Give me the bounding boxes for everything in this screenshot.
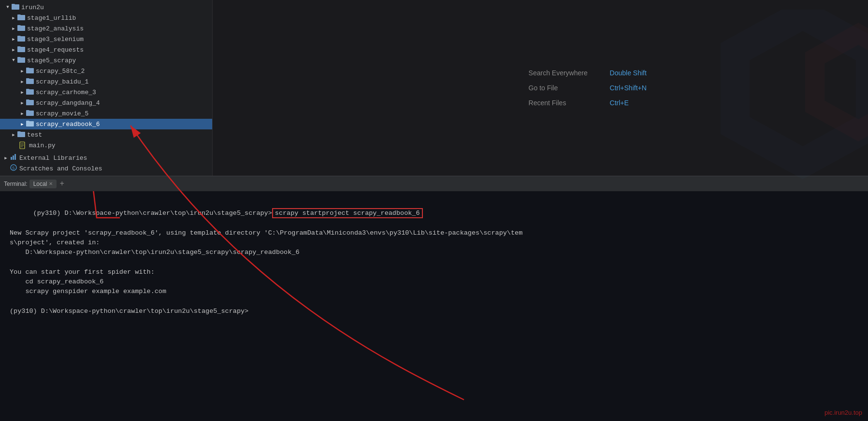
terminal-line-8: (py310) D:\Workspace-python\crawler\top\…: [10, 307, 858, 316]
recent-files-label: Recent Files: [529, 95, 606, 110]
folder-arrow: ▼: [10, 56, 17, 64]
tree-label: stage5_scrapy: [27, 57, 76, 64]
folder-icon: [26, 99, 34, 107]
tree-item-stage3[interactable]: ▶ stage3_selenium: [0, 34, 212, 44]
tree-label: stage2_analysis: [27, 25, 84, 32]
terminal-line-1: (py310) D:\Workspace-python\crawler\top\…: [10, 199, 858, 228]
tree-item-readbook[interactable]: ▶ scrapy_readbook_6: [0, 119, 212, 129]
search-everywhere-label: Search Everywhere: [529, 66, 606, 81]
tree-label: stage1_urllib: [27, 14, 76, 22]
watermark: pic.irun2u.top: [825, 408, 862, 418]
folder-arrow: ▶: [10, 25, 17, 32]
folder-arrow: ▶: [18, 120, 26, 128]
terminal-line-2: New Scrapy project 'scrapy_readbook_6', …: [10, 228, 858, 238]
terminal-tab-label: Local: [33, 181, 47, 187]
app-container: ▼ irun2u ▶ stage1_urllib ▶ st: [0, 0, 868, 421]
shortcut-row-search: Search Everywhere Double Shift: [529, 66, 647, 81]
terminal-line-3: s\project', created in:: [10, 238, 858, 248]
tree-item-scratches[interactable]: S Scratches and Consoles: [0, 163, 212, 174]
tree-label-ext-libs: External Libraries: [19, 154, 87, 162]
terminal-line-7: scrapy genspider example example.com: [10, 287, 858, 296]
svg-marker-10: [815, 34, 868, 130]
folder-arrow: ▶: [18, 88, 26, 96]
terminal-label: Terminal:: [4, 181, 28, 187]
tree-item-baidu[interactable]: ▶ scrapy_baidu_1: [0, 76, 212, 87]
folder-icon: [26, 88, 34, 96]
folder-icon: [26, 120, 34, 128]
terminal-line-5: You can start your first spider with:: [10, 267, 858, 277]
svg-text:S: S: [12, 166, 14, 171]
folder-icon: [17, 46, 25, 54]
tree-label: scrapy_movie_5: [36, 110, 88, 117]
terminal-tab-close[interactable]: ✕: [49, 181, 53, 186]
tree-item-carhome[interactable]: ▶ scrapy_carhome_3: [0, 87, 212, 98]
tree-label-irun2u: irun2u: [21, 4, 44, 11]
folder-arrow: ▶: [10, 35, 17, 43]
file-tree-sidebar: ▼ irun2u ▶ stage1_urllib ▶ st: [0, 0, 213, 176]
search-everywhere-key: Double Shift: [610, 66, 647, 81]
folder-arrow: ▶: [18, 78, 26, 85]
folder-arrow: ▶: [2, 154, 10, 162]
folder-icon: [26, 67, 34, 75]
terminal-add-button[interactable]: +: [59, 180, 64, 188]
tree-label: scrapy_58tc_2: [36, 68, 85, 75]
scratches-icon: S: [10, 164, 17, 173]
goto-file-key: Ctrl+Shift+N: [610, 81, 647, 96]
highlighted-command: scrapy startproject scrapy_readbook_6: [272, 208, 423, 218]
folder-arrow: [2, 165, 10, 172]
tree-item-ext-libs[interactable]: ▶ External Libraries: [0, 153, 212, 163]
tree-item-stage1[interactable]: ▶ stage1_urllib: [0, 13, 212, 23]
svg-rect-4: [11, 157, 12, 160]
terminal-line-6: cd scrapy_readbook_6: [10, 277, 858, 287]
folder-arrow: ▶: [10, 131, 17, 139]
folder-icon: [17, 56, 25, 64]
terminal-line-4: D:\Workspace-python\crawler\top\irun2u\s…: [10, 248, 858, 257]
tree-item-dangdang[interactable]: ▶ scrapy_dangdang_4: [0, 98, 212, 108]
svg-rect-6: [14, 154, 16, 160]
terminal-tab-local[interactable]: Local ✕: [29, 180, 57, 188]
tree-item-test[interactable]: ▶ test: [0, 129, 212, 140]
folder-arrow: ▶: [18, 110, 26, 117]
tree-item-stage4[interactable]: ▶ stage4_requests: [0, 44, 212, 55]
tree-label: stage3_selenium: [27, 36, 84, 43]
folder-arrow: ▶: [18, 99, 26, 107]
terminal-line-blank2: [10, 297, 858, 307]
tree-label-mainpy: main.py: [29, 142, 56, 149]
shortcut-row-recent: Recent Files Ctrl+E: [529, 95, 647, 110]
tree-label: stage4_requests: [27, 46, 84, 54]
folder-icon: [17, 14, 25, 22]
folder-icon: [26, 78, 34, 85]
tree-item-irun2u[interactable]: ▼ irun2u: [0, 2, 212, 13]
folder-arrow: ▶: [18, 67, 26, 75]
tree-label: scrapy_carhome_3: [36, 89, 96, 96]
tree-item-stage5[interactable]: ▼ stage5_scrapy: [0, 55, 212, 66]
tree-item-mainpy[interactable]: main.py: [0, 140, 212, 151]
shortcut-hints-panel: Search Everywhere Double Shift Go to Fil…: [529, 66, 647, 110]
no-arrow: [12, 141, 19, 149]
tree-label-scratches: Scratches and Consoles: [19, 165, 102, 172]
terminal-line-blank1: [10, 258, 858, 267]
svg-rect-5: [13, 155, 14, 160]
top-section: ▼ irun2u ▶ stage1_urllib ▶ st: [0, 0, 868, 176]
tree-item-58tc[interactable]: ▶ scrapy_58tc_2: [0, 66, 212, 76]
folder-icon: [17, 25, 25, 32]
folder-icon: [17, 131, 25, 139]
folder-icon: [26, 110, 34, 117]
tree-label: scrapy_dangdang_4: [36, 99, 100, 107]
tree-item-movie[interactable]: ▶ scrapy_movie_5: [0, 108, 212, 119]
goto-file-label: Go to File: [529, 81, 606, 96]
terminal-tabbar: Terminal: Local ✕ +: [0, 176, 868, 191]
svg-marker-9: [735, 14, 868, 163]
folder-arrow: ▼: [4, 3, 12, 11]
prompt-1: (py310) D:\Workspace-python\crawler\top\…: [33, 210, 272, 217]
folder-icon: [12, 3, 19, 11]
editor-area: Search Everywhere Double Shift Go to Fil…: [213, 0, 868, 176]
bar-chart-icon: [10, 153, 17, 163]
tree-label: scrapy_baidu_1: [36, 78, 88, 85]
tree-label: test: [27, 131, 42, 139]
folder-icon: [17, 35, 25, 43]
folder-arrow: ▶: [10, 14, 17, 22]
tree-label-readbook: scrapy_readbook_6: [36, 121, 100, 128]
tree-item-stage2[interactable]: ▶ stage2_analysis: [0, 23, 212, 34]
file-icon: [19, 141, 27, 149]
